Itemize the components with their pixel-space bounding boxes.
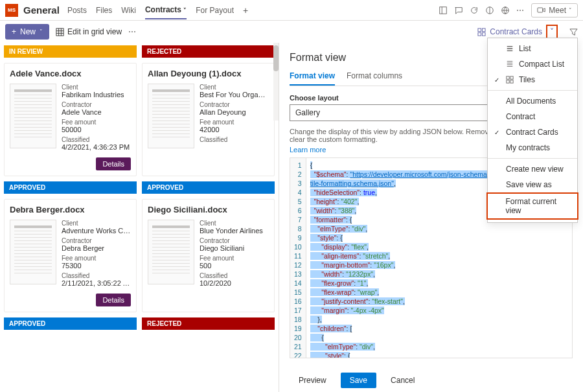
tiles-icon (477, 28, 486, 36)
contract-card[interactable]: Diego Siciliani.docx ClientBlue Yonder A… (142, 199, 275, 312)
svg-rect-3 (56, 28, 63, 35)
svg-rect-2 (538, 8, 543, 12)
svg-rect-11 (510, 80, 513, 83)
dd-save-as[interactable]: Save view as (488, 177, 577, 192)
more-icon[interactable]: ⋯ (516, 6, 525, 15)
svg-rect-6 (478, 32, 481, 36)
svg-rect-10 (507, 80, 509, 83)
video-icon (537, 6, 546, 14)
svg-rect-4 (478, 28, 481, 31)
dd-format-view[interactable]: Format current view (486, 192, 578, 220)
card-title: Allan Deyoung (1).docx (148, 69, 269, 78)
tab-files[interactable]: Files (96, 2, 112, 19)
doc-thumbnail (148, 220, 194, 284)
contract-card[interactable]: Debra Berger.docx ClientAdventure Works … (4, 199, 137, 312)
svg-rect-5 (483, 28, 486, 31)
cmdbar-more[interactable]: ⋯ (128, 27, 137, 36)
doc-thumbnail (148, 84, 194, 148)
meet-button[interactable]: Meet ˅ (531, 3, 578, 17)
cancel-button[interactable]: Cancel (382, 373, 424, 388)
contract-card[interactable]: Adele Vance.docx ClientFabrikam Industri… (4, 63, 137, 176)
app-tile: MS (5, 4, 18, 17)
view-chevron[interactable]: ˅ (546, 25, 558, 39)
view-dropdown: List Compact List ✓Tiles All Documents C… (487, 38, 578, 223)
board: IN REVIEW REJECTED Adele Vance.docx Clie… (0, 43, 279, 392)
doc-thumbnail (10, 84, 56, 148)
col-header-rejected: REJECTED (142, 317, 275, 330)
tiles-small-icon (506, 76, 514, 84)
list-icon (506, 45, 514, 52)
dd-contract-cards[interactable]: ✓Contract Cards (488, 124, 577, 140)
col-header-approved: APPROVED (4, 317, 137, 330)
tab-posts[interactable]: Posts (67, 2, 87, 19)
details-button[interactable]: Details (96, 294, 131, 306)
chat-icon[interactable] (454, 6, 463, 15)
panel-tab-format-columns[interactable]: Format columns (347, 71, 402, 86)
channel-name: General (23, 5, 60, 16)
tab-wiki[interactable]: Wiki (121, 2, 136, 19)
dd-all-documents[interactable]: All Documents (488, 93, 577, 109)
svg-rect-0 (440, 6, 447, 14)
col-header-approved: APPROVED (4, 181, 137, 194)
col-header-rejected: REJECTED (142, 45, 275, 58)
card-title: Adele Vance.docx (10, 69, 131, 78)
edit-in-grid-button[interactable]: Edit in grid view (56, 27, 122, 36)
svg-rect-9 (510, 76, 513, 79)
tab-list: Posts Files Wiki Contracts ˅ For Payout … (67, 1, 439, 19)
refresh-icon[interactable] (470, 6, 479, 15)
panel-tab-format-view[interactable]: Format view (290, 71, 335, 86)
save-button[interactable]: Save (341, 373, 376, 388)
compact-list-icon (506, 60, 514, 68)
tab-for-payout[interactable]: For Payout (196, 2, 234, 19)
tab-contracts[interactable]: Contracts ˅ (145, 1, 187, 19)
dd-create-view[interactable]: Create new view (488, 161, 577, 177)
globe-icon[interactable] (501, 6, 510, 15)
contract-card[interactable]: Allan Deyoung (1).docx ClientBest For Yo… (142, 63, 275, 176)
line-gutter: 1234567891011121314151617181920212223242… (290, 158, 306, 358)
dd-list[interactable]: List (488, 41, 577, 56)
new-button[interactable]: + New ˅ (5, 24, 49, 40)
scrollbar[interactable] (273, 43, 279, 121)
details-button[interactable]: Details (96, 157, 131, 170)
col-header-approved: APPROVED (142, 181, 275, 194)
dd-compact-list[interactable]: Compact List (488, 56, 577, 72)
svg-rect-7 (483, 32, 486, 36)
dd-my-contracts[interactable]: My contracts (488, 140, 577, 156)
filter-icon[interactable] (569, 28, 578, 36)
grid-icon (56, 28, 64, 36)
dd-tiles[interactable]: ✓Tiles (488, 72, 577, 87)
add-tab-button[interactable]: + (243, 5, 248, 16)
copy-link-icon[interactable] (485, 6, 494, 15)
doc-thumbnail (10, 220, 56, 284)
card-title: Diego Siciliani.docx (148, 205, 269, 214)
dd-contract[interactable]: Contract (488, 109, 577, 124)
col-header-inreview: IN REVIEW (4, 45, 137, 58)
card-title: Debra Berger.docx (10, 205, 131, 214)
preview-button[interactable]: Preview (290, 373, 336, 388)
view-switcher[interactable]: Contract Cards ˅ (477, 25, 558, 39)
expand-icon[interactable] (439, 6, 448, 15)
svg-rect-8 (507, 76, 509, 79)
